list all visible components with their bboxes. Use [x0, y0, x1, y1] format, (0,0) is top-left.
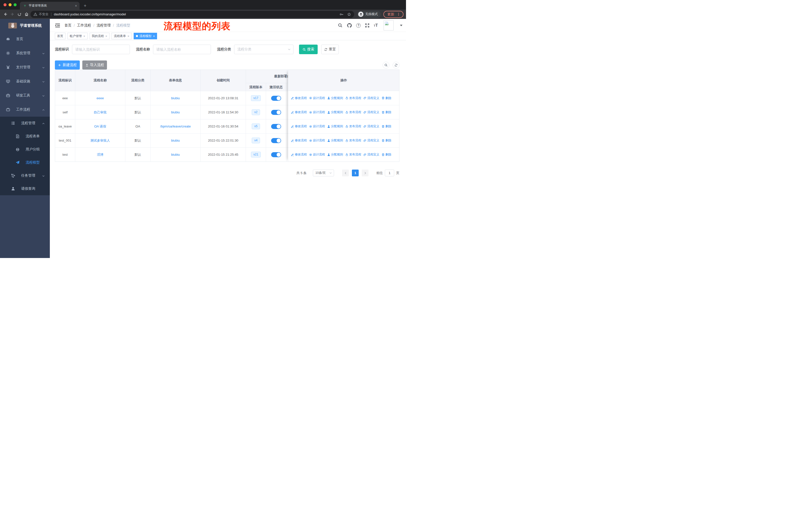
forward-icon[interactable] — [9, 11, 16, 18]
process-name-link[interactable]: 自己审批 — [94, 110, 107, 115]
close-window-button[interactable] — [3, 3, 6, 6]
prev-page-button[interactable] — [342, 169, 349, 176]
page-size-select[interactable]: 10条/页 — [313, 169, 334, 176]
help-icon[interactable]: ? — [356, 23, 361, 28]
update-label[interactable]: 更新 — [387, 12, 394, 17]
sidebar-item-infra[interactable]: 基础设施 — [0, 74, 50, 88]
font-size-icon[interactable]: TT — [374, 23, 378, 27]
home-icon[interactable] — [23, 11, 29, 18]
action-edit-process[interactable]: 修改流程 — [291, 96, 307, 100]
reload-icon[interactable] — [17, 11, 23, 18]
action-publish-process[interactable]: 发布流程 — [345, 138, 361, 143]
form-link[interactable]: biubiu — [171, 139, 180, 142]
process-key-input[interactable] — [72, 45, 130, 54]
fullscreen-icon[interactable] — [365, 23, 370, 28]
next-page-button[interactable] — [362, 169, 369, 176]
tag-close-icon[interactable]: × — [83, 34, 85, 38]
action-delete[interactable]: 删除 — [382, 124, 392, 129]
action-delete[interactable]: 删除 — [382, 138, 392, 143]
process-name-link[interactable]: OA 请假 — [94, 124, 106, 129]
action-process-definition[interactable]: 流程定义 — [364, 124, 379, 129]
sidebar-collapse-icon[interactable] — [55, 23, 60, 28]
chrome-update-button[interactable]: 更新 — [383, 11, 404, 18]
action-delete[interactable]: 删除 — [382, 153, 392, 157]
nav-tag[interactable]: 租户管理 × — [67, 33, 88, 39]
tag-close-icon[interactable]: × — [127, 34, 129, 38]
action-publish-process[interactable]: 发布流程 — [345, 110, 361, 114]
process-name-link[interactable]: 滔博 — [97, 153, 104, 157]
import-process-button[interactable]: 导入流程 — [82, 60, 107, 70]
action-edit-process[interactable]: 修改流程 — [291, 110, 307, 114]
action-assign-rule[interactable]: 分配规则 — [327, 138, 343, 143]
refresh-table-button[interactable] — [393, 62, 400, 69]
reset-button[interactable]: 重置 — [321, 45, 339, 54]
sidebar-item-process-form[interactable]: 流程表单 — [0, 130, 50, 143]
menu-dots-icon[interactable] — [397, 12, 401, 16]
form-link[interactable]: biubiu — [171, 96, 180, 100]
sidebar-item-payment[interactable]: 支付管理 — [0, 60, 50, 74]
nav-tag[interactable]: 流程模型 × — [134, 33, 157, 39]
search-icon[interactable] — [338, 23, 343, 28]
sidebar-item-workflow[interactable]: 工作流程 — [0, 103, 50, 117]
tab-close-icon[interactable]: × — [75, 4, 77, 7]
active-toggle[interactable] — [271, 124, 281, 129]
bookmark-star-icon[interactable] — [347, 12, 351, 17]
action-edit-process[interactable]: 修改流程 — [291, 138, 307, 143]
user-avatar[interactable] — [384, 20, 394, 30]
sidebar-item-devtools[interactable]: 研发工具 — [0, 88, 50, 103]
action-delete[interactable]: 删除 — [382, 110, 392, 114]
action-design-process[interactable]: 设计流程 — [309, 96, 325, 100]
active-toggle[interactable] — [271, 138, 281, 143]
create-process-button[interactable]: 新建流程 — [55, 60, 80, 70]
window-controls[interactable] — [3, 3, 17, 6]
search-button[interactable]: 搜索 — [299, 45, 318, 54]
action-assign-rule[interactable]: 分配规则 — [327, 96, 343, 100]
breadcrumb-home[interactable]: 首页 — [64, 23, 71, 28]
zoom-window-button[interactable] — [13, 3, 17, 6]
action-edit-process[interactable]: 修改流程 — [291, 153, 307, 157]
avatar-caret-icon[interactable] — [400, 25, 403, 26]
tag-close-icon[interactable]: × — [153, 34, 155, 38]
github-icon[interactable] — [347, 23, 352, 28]
nav-tag[interactable]: 流程表单 × — [112, 33, 132, 39]
form-link[interactable]: biubiu — [171, 153, 180, 157]
sidebar-item-system[interactable]: 系统管理 — [0, 46, 50, 60]
form-link[interactable]: biubiu — [171, 110, 180, 114]
process-name-link[interactable]: 测试多审批人 — [90, 138, 110, 143]
password-key-icon[interactable] — [340, 12, 344, 17]
browser-tab[interactable]: 芋道管理系统 × — [20, 2, 80, 9]
action-process-definition[interactable]: 流程定义 — [364, 96, 379, 100]
active-toggle[interactable] — [271, 110, 281, 115]
action-process-definition[interactable]: 流程定义 — [364, 138, 379, 143]
action-design-process[interactable]: 设计流程 — [309, 124, 325, 129]
toggle-search-button[interactable] — [383, 62, 389, 69]
action-publish-process[interactable]: 发布流程 — [345, 124, 361, 129]
sidebar-item-process-mgmt[interactable]: 流程管理 — [0, 117, 50, 130]
sidebar-item-user-group[interactable]: 用户分组 — [0, 143, 50, 156]
url-text[interactable]: dashboard.yudao.iocoder.cn/bpm/manager/m… — [54, 12, 340, 16]
nav-tag[interactable]: 首页 — [55, 33, 65, 39]
action-assign-rule[interactable]: 分配规则 — [327, 110, 343, 114]
action-process-definition[interactable]: 流程定义 — [364, 110, 379, 114]
sidebar-item-home[interactable]: 首页 — [0, 32, 50, 46]
tag-close-icon[interactable]: × — [106, 34, 108, 38]
process-name-link[interactable]: eeee — [97, 96, 104, 100]
active-toggle[interactable] — [271, 152, 281, 157]
action-design-process[interactable]: 设计流程 — [309, 110, 325, 114]
form-link[interactable]: /bpm/oa/leave/create — [160, 125, 191, 128]
current-page[interactable]: 1 — [352, 169, 359, 176]
sidebar-item-process-model[interactable]: 流程模型 — [0, 156, 50, 169]
action-design-process[interactable]: 设计流程 — [309, 138, 325, 143]
action-delete[interactable]: 删除 — [382, 96, 392, 100]
new-tab-button[interactable]: + — [82, 3, 88, 9]
goto-page-input[interactable] — [385, 169, 394, 176]
nav-tag[interactable]: 我的流程 × — [90, 33, 110, 39]
security-label[interactable]: 不安全 — [39, 12, 49, 17]
sidebar-item-task-mgmt[interactable]: 任务管理 — [0, 169, 50, 182]
action-assign-rule[interactable]: 分配规则 — [327, 124, 343, 129]
process-name-input[interactable] — [153, 45, 211, 54]
action-publish-process[interactable]: 发布流程 — [345, 96, 361, 100]
process-category-select[interactable]: 流程分类 — [234, 45, 293, 54]
minimize-window-button[interactable] — [8, 3, 11, 6]
sidebar-item-leave-query[interactable]: 请假查询 — [0, 182, 50, 195]
